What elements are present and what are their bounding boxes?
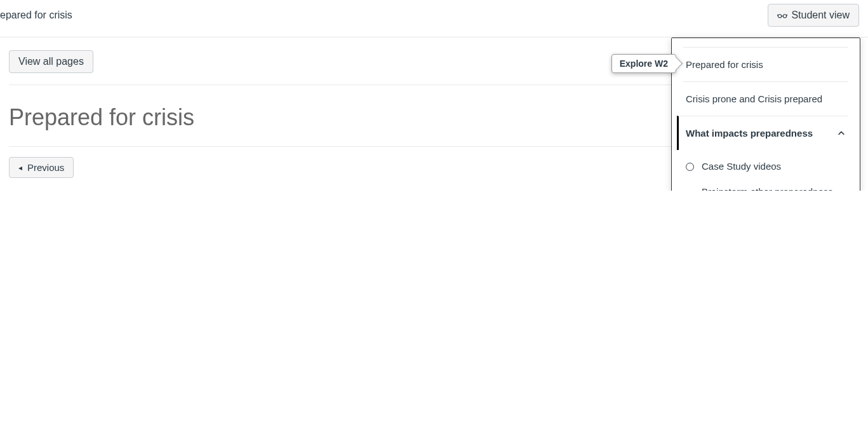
nav-subitem-label: Case Study videos <box>702 160 781 173</box>
svg-point-0 <box>778 15 782 18</box>
explore-tag-label: Explore W2 <box>611 54 676 73</box>
previous-label: Previous <box>27 162 64 173</box>
progress-circle-icon <box>686 163 694 171</box>
nav-item-what-impacts[interactable]: What impacts preparedness <box>677 116 848 150</box>
nav-item-label: What impacts preparedness <box>686 128 831 139</box>
explore-popover: Prepared for crisis Crisis prone and Cri… <box>671 37 860 191</box>
previous-button[interactable]: ◂ Previous <box>9 157 74 178</box>
chevron-up-icon <box>837 129 846 138</box>
breadcrumb: epared for crisis <box>0 10 72 21</box>
content-area: View all pages Prepared for crisis ◂ Pre… <box>0 37 868 191</box>
student-view-button[interactable]: Student view <box>768 4 859 27</box>
page-header: epared for crisis Student view <box>0 0 868 37</box>
chevron-left-icon: ◂ <box>18 163 22 172</box>
glasses-icon <box>777 10 787 20</box>
nav-item-label: Prepared for crisis <box>686 59 846 70</box>
nav-sublist: Case Study videos Brainstorm other prepa… <box>683 150 848 191</box>
explore-tag: Explore W2 <box>611 54 676 73</box>
student-view-label: Student view <box>791 10 850 21</box>
nav-item-crisis-prone[interactable]: Crisis prone and Crisis prepared <box>683 81 848 116</box>
nav-subitem-label: Brainstorm other preparedness factors ac… <box>702 186 846 191</box>
svg-point-1 <box>784 15 787 18</box>
view-all-pages-button[interactable]: View all pages <box>9 50 93 73</box>
nav-item-label: Crisis prone and Crisis prepared <box>686 93 846 104</box>
nav-subitem-case-study-videos[interactable]: Case Study videos <box>683 154 848 179</box>
nav-subitem-brainstorm[interactable]: Brainstorm other preparedness factors ac… <box>683 179 848 191</box>
nav-item-prepared-for-crisis[interactable]: Prepared for crisis <box>683 47 848 81</box>
